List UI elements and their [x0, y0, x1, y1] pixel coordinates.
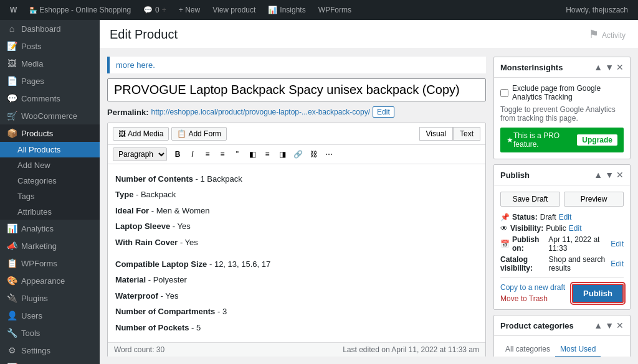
permalink-edit-button[interactable]: Edit	[373, 106, 394, 118]
sidebar-item-media[interactable]: 🖼 Media	[0, 55, 100, 72]
activity-button[interactable]: ⚑ Activity	[586, 25, 628, 44]
publish-box-body: Save Draft Preview 📌 Status: Draft Edit …	[494, 185, 630, 309]
categories-close[interactable]: ✕	[616, 320, 624, 330]
text-tab[interactable]: Text	[453, 127, 480, 141]
visual-tab[interactable]: Visual	[419, 127, 453, 141]
preview-button[interactable]: Preview	[564, 192, 624, 207]
unlink-button[interactable]: ⛓	[307, 148, 321, 161]
sidebar-item-tags[interactable]: Tags	[0, 189, 100, 204]
sidebar-item-add-new[interactable]: Add New	[0, 157, 100, 173]
publish-button[interactable]: Publish	[572, 284, 624, 303]
sidebar-all-products-label: All Products	[17, 145, 60, 154]
visibility-label: Visibility:	[510, 224, 543, 233]
sidebar-item-woocommerce[interactable]: 🛒 WooCommerce	[0, 107, 100, 124]
align-right-button[interactable]: ◨	[275, 148, 289, 161]
tab-most-used[interactable]: Most Used	[555, 342, 601, 357]
italic-button[interactable]: I	[186, 148, 199, 161]
notice-link[interactable]: more here.	[116, 60, 155, 70]
sidebar-add-new-label: Add New	[17, 161, 50, 170]
sidebar-item-posts[interactable]: 📝 Posts	[0, 37, 100, 55]
format-select[interactable]: Paragraph Heading 1 Heading 2	[113, 147, 167, 161]
sidebar-item-marketing[interactable]: 📣 Marketing	[0, 237, 100, 254]
blockquote-button[interactable]: "	[231, 148, 244, 161]
publish-on-label: Publish on:	[512, 235, 546, 253]
status-edit-link[interactable]: Edit	[559, 213, 572, 222]
status-row: 📌 Status: Draft Edit	[500, 213, 624, 222]
adminbar-wpforms[interactable]: WPForms	[313, 0, 356, 20]
publish-toggle-down[interactable]: ▼	[605, 170, 614, 180]
move-trash-link[interactable]: Move to Trash	[500, 294, 565, 303]
editor-footer: Word count: 30 Last edited on April 11, …	[108, 342, 485, 357]
categories-toggle-up[interactable]: ▲	[594, 320, 602, 330]
publish-on-edit-link[interactable]: Edit	[611, 240, 624, 248]
sidebar-item-dashboard[interactable]: ⌂ Dashboard	[0, 20, 100, 37]
sidebar-wpforms-label: WPForms	[21, 259, 57, 268]
sidebar-comments-label: Comments	[21, 94, 60, 103]
product-categories-title: Product categories	[500, 321, 574, 330]
link-button[interactable]: 🔗	[290, 148, 306, 161]
visibility-value: Public	[546, 224, 566, 233]
sidebar-item-settings[interactable]: ⚙ Settings	[0, 342, 100, 359]
editor-content[interactable]: Number of Contents - 1 BackpackType - Ba…	[108, 164, 485, 342]
adminbar-wp-logo[interactable]: W	[5, 0, 22, 20]
adminbar-site-name[interactable]: 🏪 Eshoppe - Online Shopping	[24, 0, 136, 20]
align-center-button[interactable]: ≡	[260, 148, 274, 161]
sidebar-item-plugins[interactable]: 🔌 Plugins	[0, 289, 100, 307]
sidebar-item-insights[interactable]: 📈 Insights	[0, 359, 100, 364]
adminbar-comments[interactable]: 💬 0 +	[138, 0, 171, 20]
sidebar-item-analytics[interactable]: 📊 Analytics	[0, 220, 100, 237]
more-button[interactable]: ⋯	[322, 148, 336, 161]
mi-description: Toggle to prevent Google Analytics from …	[500, 105, 624, 123]
sidebar-media-label: Media	[21, 59, 43, 68]
adminbar-view-product[interactable]: View product	[207, 0, 260, 20]
activity-label: Activity	[602, 31, 626, 40]
sidebar-item-wpforms[interactable]: 📋 WPForms	[0, 254, 100, 272]
ordered-list-button[interactable]: ≡	[216, 148, 229, 161]
publish-on-value: Apr 11, 2022 at 11:33	[548, 235, 608, 253]
publish-toggle-up[interactable]: ▲	[594, 170, 602, 180]
sidebar-attributes-label: Attributes	[17, 207, 52, 217]
copy-draft-link[interactable]: Copy to a new draft	[500, 283, 565, 292]
tab-all-categories[interactable]: All categories	[500, 342, 555, 357]
monster-insights-toggle-up[interactable]: ▲	[594, 62, 602, 72]
sidebar-woocommerce-label: WooCommerce	[21, 111, 77, 121]
sidebar-item-tools[interactable]: 🔧 Tools	[0, 324, 100, 342]
wpforms-bar-label: WPForms	[318, 6, 351, 14]
monster-insights-box: MonsterInsights ▲ ▼ ✕ Exclude page from …	[493, 57, 631, 159]
categories-toggle-down[interactable]: ▼	[605, 320, 614, 330]
product-categories-body: All categories Most Used Uncategorized B…	[494, 336, 630, 357]
adminbar-insights[interactable]: 📊 Insights	[263, 0, 310, 20]
mi-upgrade-button[interactable]: Upgrade	[577, 134, 617, 146]
visibility-eye-icon: 👁	[500, 224, 508, 233]
sidebar-item-comments[interactable]: 💬 Comments	[0, 90, 100, 107]
mi-exclude-checkbox[interactable]	[500, 89, 508, 97]
publish-box-header: Publish ▲ ▼ ✕	[494, 165, 630, 185]
sidebar-item-users[interactable]: 👤 Users	[0, 307, 100, 324]
sidebar-pages-label: Pages	[21, 77, 44, 86]
dashboard-icon: ⌂	[6, 24, 17, 34]
adminbar-plus: +	[162, 6, 166, 14]
align-left-button[interactable]: ◧	[245, 148, 259, 161]
bold-button[interactable]: B	[171, 148, 184, 161]
catalog-edit-link[interactable]: Edit	[611, 259, 624, 268]
adminbar-new[interactable]: + New	[174, 0, 205, 20]
sidebar-item-appearance[interactable]: 🎨 Appearance	[0, 272, 100, 289]
view-product-label: View product	[212, 6, 255, 14]
save-draft-button[interactable]: Save Draft	[500, 192, 560, 207]
sidebar-item-pages[interactable]: 📄 Pages	[0, 72, 100, 90]
sidebar-item-categories[interactable]: Categories	[0, 173, 100, 189]
product-title-input[interactable]	[107, 78, 486, 101]
sidebar-item-all-products[interactable]: All Products	[0, 142, 100, 157]
sidebar-item-attributes[interactable]: Attributes	[0, 204, 100, 220]
add-media-button[interactable]: 🖼 Add Media	[113, 127, 169, 141]
visibility-edit-link[interactable]: Edit	[569, 224, 582, 233]
monster-insights-close[interactable]: ✕	[616, 62, 624, 72]
add-form-button[interactable]: 📋 Add Form	[171, 127, 227, 141]
monster-insights-toggle-down[interactable]: ▼	[605, 62, 614, 72]
unordered-list-button[interactable]: ≡	[201, 148, 214, 161]
sidebar-item-products[interactable]: 📦 Products	[0, 124, 100, 142]
publish-close[interactable]: ✕	[616, 170, 624, 180]
site-name-label: Eshoppe - Online Shopping	[39, 6, 131, 14]
adminbar-howdy: Howdy, thejuszach	[561, 6, 633, 14]
permalink-url[interactable]: http://eshoppe.local/product/provogue-la…	[151, 108, 370, 116]
